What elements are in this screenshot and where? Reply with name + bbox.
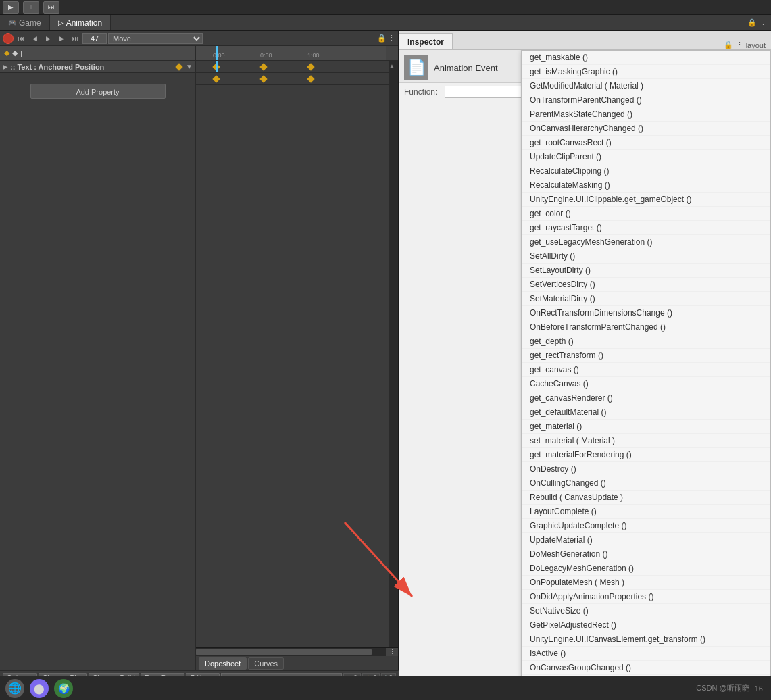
dropdown-item[interactable]: SetVerticesDirty () <box>522 278 770 292</box>
tab-game-label: Game <box>19 18 41 28</box>
dropdown-item[interactable]: SetNativeSize () <box>522 604 770 618</box>
dropdown-item[interactable]: get_rectTransform () <box>522 349 770 363</box>
play-button[interactable]: ▶ <box>3 1 19 14</box>
timeline-keyframes: ▲ <box>196 61 398 647</box>
taskbar-icon-2[interactable]: ⬤ <box>30 679 49 698</box>
dopesheet-tab[interactable]: Dopesheet <box>199 657 247 670</box>
property-name: :: Text : Anchored Position <box>10 63 104 71</box>
dropdown-item[interactable]: OnCanvasGroupChanged () <box>522 661 770 675</box>
taskbar-icon-1[interactable]: 🌐 <box>5 679 24 698</box>
dropdown-item[interactable]: SetLayoutDirty () <box>522 264 770 278</box>
dropdown-item[interactable]: get_raycastTarget () <box>522 221 770 235</box>
dropdown-item[interactable]: UpdateMaterial () <box>522 533 770 547</box>
clip-select[interactable]: Move <box>108 33 203 44</box>
dropdown-item[interactable]: DoLegacyMeshGeneration () <box>522 561 770 576</box>
timeline-playhead <box>216 46 218 60</box>
add-property-button[interactable]: Add Property <box>30 84 166 99</box>
curves-tab[interactable]: Curves <box>248 657 284 670</box>
inspector-tab-bar: Inspector 🔒 ⋮ layout <box>399 31 771 50</box>
dropdown-item[interactable]: get_isMaskingGraphic () <box>522 65 770 79</box>
inspector-tab[interactable]: Inspector <box>399 33 453 49</box>
dropdown-item[interactable]: SetAllDirty () <box>522 249 770 264</box>
minimize-button[interactable]: 🔒 <box>747 18 757 27</box>
timeline-scrollbar[interactable]: ⋮ <box>196 647 398 655</box>
keyframe-diamond-sub-1 <box>212 75 220 82</box>
anim-lock-button[interactable]: 🔒 <box>377 34 387 43</box>
dropdown-item[interactable]: Rebuild ( CanvasUpdate ) <box>522 491 770 505</box>
prev-frame-button[interactable]: ◀ <box>28 33 41 44</box>
dropdown-item[interactable]: GetPixelAdjustedRect () <box>522 618 770 632</box>
add-property-container: Add Property <box>0 73 195 109</box>
anim-more-button[interactable]: ⋮ <box>388 34 395 43</box>
dropdown-item[interactable]: OnDestroy () <box>522 462 770 476</box>
skip-start-button[interactable]: ⏮ <box>15 33 27 44</box>
timeline-scroll-thumb[interactable] <box>196 649 372 655</box>
dropdown-item[interactable]: get_canvasRenderer () <box>522 391 770 405</box>
dropdown-item[interactable]: get_useLegacyMeshGeneration () <box>522 235 770 249</box>
dropdown-item[interactable]: get_canvas () <box>522 363 770 377</box>
dropdown-item[interactable]: get_rootCanvasRect () <box>522 136 770 150</box>
tab-animation[interactable]: ▷ Animation <box>50 15 111 30</box>
animation-event-icon: 📄 <box>404 55 428 80</box>
inspector-content: 📄 Animation Event Function: get_maskable… <box>399 50 771 685</box>
dropdown-item[interactable]: IsActive () <box>522 647 770 661</box>
dropdown-item[interactable]: OnDidApplyAnimationProperties () <box>522 590 770 604</box>
dropdown-item[interactable]: UnityEngine.UI.IClippable.get_gameObject… <box>522 193 770 207</box>
keyframe-diamond-sub-3 <box>307 75 314 82</box>
dropdown-item[interactable]: DoMeshGeneration () <box>522 547 770 561</box>
dropdown-item[interactable]: SetMaterialDirty () <box>522 292 770 306</box>
function-dropdown-list[interactable]: get_maskable ()get_isMaskingGraphic ()Ge… <box>521 50 771 685</box>
dropdown-item[interactable]: get_maskable () <box>522 51 770 65</box>
keyframe-row-sub <box>196 73 398 85</box>
timeline-panel: 0:00 0:30 1:00 ⋮ <box>196 46 398 670</box>
dropdown-item[interactable]: GraphicUpdateComplete () <box>522 519 770 533</box>
property-options-button[interactable]: ▼ <box>186 63 193 70</box>
dropdown-item[interactable]: OnCullingChanged () <box>522 476 770 491</box>
property-panel-header: ◆ ◆ | <box>0 46 195 61</box>
dropdown-item[interactable]: RecalculateMasking () <box>522 178 770 193</box>
frame-input[interactable]: 47 <box>82 33 107 44</box>
key-value-icon: ◆ <box>12 49 18 57</box>
dropdown-item[interactable]: OnTransformParentChanged () <box>522 93 770 107</box>
next-frame-button[interactable]: ▶ <box>55 33 68 44</box>
skip-end-button[interactable]: ⏭ <box>69 33 81 44</box>
step-button[interactable]: ⏭ <box>43 1 59 14</box>
animation-toolbar: ⏮ ◀ ▶ ▶ ⏭ 47 Move 🔒 ⋮ <box>0 31 398 46</box>
dropdown-item[interactable]: CacheCanvas () <box>522 377 770 391</box>
inspector-lock-button[interactable]: 🔒 <box>724 41 733 49</box>
dropdown-item[interactable]: UpdateClipParent () <box>522 150 770 164</box>
dropdown-item[interactable]: LayoutComplete () <box>522 505 770 519</box>
timeline-options-button[interactable]: ⋮ <box>386 46 398 61</box>
expand-icon: ▶ <box>3 64 7 70</box>
dropdown-item[interactable]: get_defaultMaterial () <box>522 405 770 420</box>
timeline-ruler[interactable]: 0:00 0:30 1:00 ⋮ <box>196 46 398 61</box>
inspector-more-button[interactable]: ⋮ <box>736 41 743 49</box>
dropdown-item[interactable]: get_materialForRendering () <box>522 448 770 462</box>
dropdown-item[interactable]: get_depth () <box>522 334 770 349</box>
dropdown-item[interactable]: get_material () <box>522 420 770 434</box>
dropdown-item[interactable]: OnCanvasHierarchyChanged () <box>522 122 770 136</box>
dropdown-item[interactable]: set_material ( Material ) <box>522 434 770 448</box>
dropdown-item[interactable]: RecalculateClipping () <box>522 164 770 178</box>
dropdown-item[interactable]: OnRectTransformDimensionsChange () <box>522 306 770 320</box>
animation-icon: ▷ <box>58 19 64 26</box>
dropdown-item[interactable]: GetModifiedMaterial ( Material ) <box>522 79 770 93</box>
record-button[interactable] <box>3 33 14 44</box>
dropdown-item[interactable]: UnityEngine.UI.ICanvasElement.get_transf… <box>522 632 770 647</box>
more-button[interactable]: ⋮ <box>760 18 767 27</box>
play-anim-button[interactable]: ▶ <box>42 33 54 44</box>
key-icon: ◆ <box>4 49 9 57</box>
layout-button[interactable]: layout <box>746 41 766 49</box>
key-prev-icon: | <box>20 49 22 57</box>
dropdown-item[interactable]: get_color () <box>522 207 770 221</box>
dropdown-item[interactable]: OnBeforeTransformParentChanged () <box>522 320 770 334</box>
tab-game[interactable]: 🎮 Game <box>0 15 50 30</box>
taskbar-icon-3[interactable]: 🌍 <box>54 679 73 698</box>
main-layout: ⏮ ◀ ▶ ▶ ⏭ 47 Move 🔒 ⋮ ◆ ◆ | <box>0 31 771 685</box>
timeline-more-btn[interactable]: ⋮ <box>386 648 398 656</box>
dropdown-item[interactable]: OnPopulateMesh ( Mesh ) <box>522 576 770 590</box>
dropdown-item[interactable]: ParentMaskStateChanged () <box>522 107 770 122</box>
pause-button[interactable]: ⏸ <box>23 1 39 14</box>
ruler-mark-0: 0:00 <box>213 52 225 59</box>
inspector-panel: Inspector 🔒 ⋮ layout 📄 Animation Event F… <box>399 31 771 685</box>
